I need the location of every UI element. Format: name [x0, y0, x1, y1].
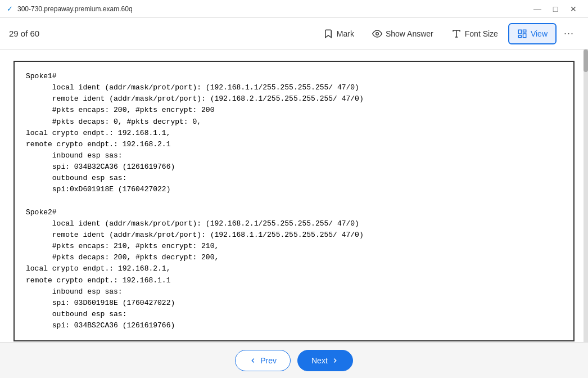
toolbar-actions: Mark Show Answer Font Size — [315, 23, 579, 44]
svg-point-0 — [376, 32, 379, 35]
svg-rect-6 — [518, 35, 521, 38]
maximize-button[interactable]: □ — [548, 1, 563, 17]
minimize-button[interactable]: — — [530, 1, 545, 17]
scroll-indicator[interactable] — [584, 50, 588, 342]
view-label: View — [531, 29, 548, 38]
prev-button[interactable]: Prev — [235, 350, 291, 371]
footer: Prev Next — [0, 342, 588, 378]
question-count: 29 of 60 — [9, 29, 39, 38]
chevron-right-icon — [331, 357, 339, 364]
show-answer-button[interactable]: Show Answer — [364, 24, 441, 43]
view-icon — [517, 29, 527, 39]
prev-label: Prev — [260, 356, 277, 365]
chevron-left-icon — [249, 357, 257, 364]
window-title: 300-730.prepaway.premium.exam.60q — [17, 5, 133, 13]
font-size-icon — [451, 29, 462, 39]
scroll-thumb — [584, 50, 588, 72]
title-bar-left: ✓ 300-730.prepaway.premium.exam.60q — [7, 4, 133, 13]
eye-icon — [372, 29, 382, 39]
show-answer-label: Show Answer — [386, 29, 433, 38]
bookmark-icon — [323, 29, 333, 39]
font-size-label: Font Size — [465, 29, 498, 38]
next-button[interactable]: Next — [297, 350, 353, 371]
svg-rect-3 — [518, 30, 521, 34]
close-button[interactable]: ✕ — [566, 1, 581, 17]
next-label: Next — [311, 356, 328, 365]
exhibit-box: Spoke1# local ident (addr/mask/prot/port… — [13, 61, 575, 341]
title-bar: ✓ 300-730.prepaway.premium.exam.60q — □ … — [0, 0, 588, 18]
title-bar-controls: — □ ✕ — [530, 1, 581, 17]
mark-label: Mark — [337, 29, 354, 38]
view-button[interactable]: View — [508, 23, 557, 44]
svg-rect-4 — [523, 30, 526, 32]
checkmark-icon: ✓ — [7, 4, 13, 13]
more-button[interactable]: ··· — [559, 24, 579, 44]
font-size-button[interactable]: Font Size — [444, 24, 506, 43]
svg-rect-5 — [523, 34, 526, 38]
main-content: Spoke1# local ident (addr/mask/prot/port… — [0, 50, 588, 342]
mark-button[interactable]: Mark — [315, 24, 362, 43]
toolbar: 29 of 60 Mark Show Answer Font Size — [0, 18, 588, 50]
